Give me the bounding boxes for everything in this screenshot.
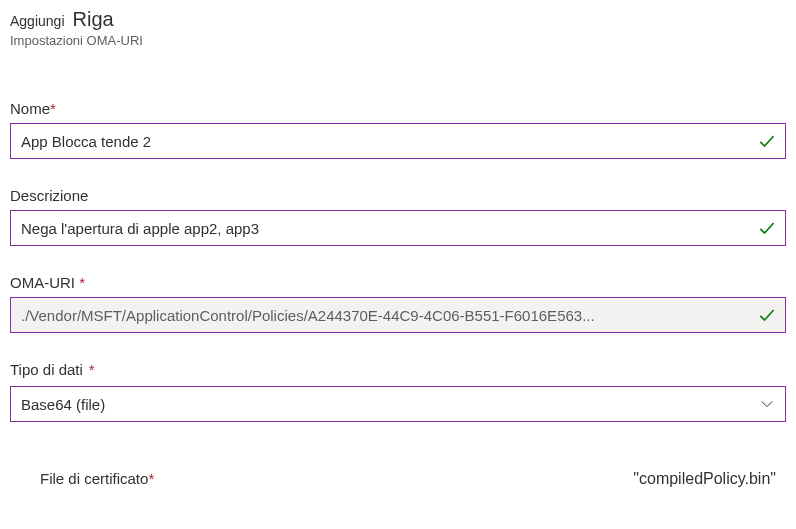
field-omauri: OMA-URI * [10, 274, 786, 333]
certfile-label: File di certificato* [40, 470, 154, 487]
name-input-wrap[interactable] [10, 123, 786, 159]
datatype-label: Tipo di dati* [10, 361, 786, 378]
description-label: Descrizione [10, 187, 786, 204]
omauri-label: OMA-URI * [10, 274, 786, 291]
required-asterisk: * [79, 274, 85, 291]
header-prefix: Aggiungi [10, 13, 65, 29]
check-icon [757, 305, 777, 325]
datatype-label-text: Tipo di dati [10, 361, 83, 378]
name-label: Nome* [10, 100, 786, 117]
omauri-label-text: OMA-URI [10, 274, 79, 291]
field-name: Nome* [10, 100, 786, 159]
header-title: Riga [73, 8, 114, 31]
form: Nome* Descrizione OMA-URI * Tipo di dati… [10, 100, 786, 488]
panel-header: Aggiungi Riga Impostazioni OMA-URI [10, 8, 786, 48]
certfile-label-text: File di certificato [40, 470, 148, 487]
check-icon [757, 218, 777, 238]
field-datatype: Tipo di dati* Base64 (file) [10, 361, 786, 422]
check-icon [757, 131, 777, 151]
required-asterisk: * [148, 470, 154, 487]
omauri-input[interactable] [21, 307, 749, 324]
description-input-wrap[interactable] [10, 210, 786, 246]
name-label-text: Nome [10, 100, 50, 117]
datatype-select[interactable]: Base64 (file) [10, 386, 786, 422]
name-input[interactable] [21, 133, 749, 150]
chevron-down-icon [759, 396, 775, 412]
description-input[interactable] [21, 220, 749, 237]
field-description: Descrizione [10, 187, 786, 246]
omauri-input-wrap[interactable] [10, 297, 786, 333]
required-asterisk: * [50, 100, 56, 117]
certificate-row: File di certificato* "compiledPolicy.bin… [10, 470, 786, 488]
datatype-value: Base64 (file) [21, 396, 749, 413]
header-subtitle: Impostazioni OMA-URI [10, 33, 786, 48]
required-asterisk: * [89, 361, 95, 378]
certfile-filename: "compiledPolicy.bin" [633, 470, 776, 488]
